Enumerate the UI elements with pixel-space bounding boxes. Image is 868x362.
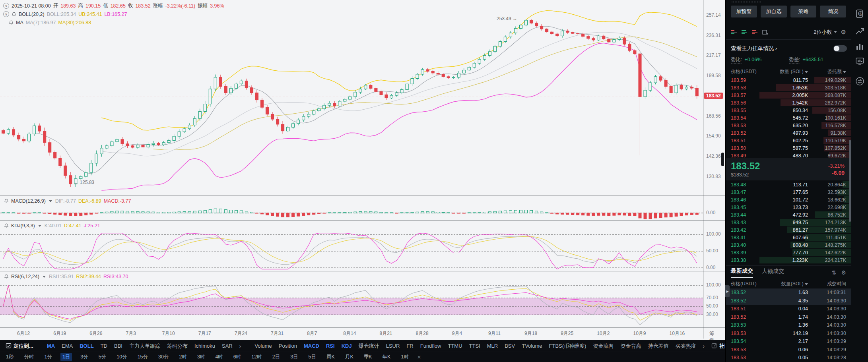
rsi-title[interactable]: RSI(6,12,24)	[11, 274, 39, 279]
indicator-item-bbi[interactable]: BBI	[114, 343, 122, 349]
gear-icon[interactable]: ⚙	[841, 269, 846, 276]
candlestick-chart[interactable]	[0, 0, 703, 196]
trade-row[interactable]: 183.542.1714:03:29	[726, 337, 851, 346]
boll-title[interactable]: BOLL(20,2)	[19, 12, 45, 17]
timeframe-4时[interactable]: 4时	[213, 353, 225, 361]
button-加预警[interactable]: 加预警	[731, 6, 757, 17]
panel-collapse-handle[interactable]: ▶	[725, 285, 730, 297]
main-orders-link[interactable]: 查看主力挂单情况 ›	[731, 43, 847, 54]
ask-row[interactable]: 183.50587.75107.852K	[726, 144, 851, 152]
indicator-item-持仓差值[interactable]: 持仓差值	[648, 343, 668, 350]
indicator-item-ema[interactable]: EMA	[62, 343, 73, 349]
tab-recent-trades[interactable]: 最新成交	[731, 267, 753, 278]
bid-row[interactable]: 183.48113.7120.864K	[726, 181, 851, 188]
price-column-header[interactable]: 价格(USDT)	[731, 68, 767, 75]
indicator-item-定位到-[interactable]: 定位到...	[6, 343, 33, 350]
tab-large-trades[interactable]: 大额成交	[762, 268, 784, 277]
indicator-item-资金背离[interactable]: 资金背离	[620, 343, 641, 350]
alert-bell-icon[interactable]	[12, 12, 16, 17]
chevron-down-icon[interactable]	[43, 276, 46, 278]
collapse-icon[interactable]: ∨	[3, 3, 9, 9]
ask-row[interactable]: 183.55850.34156.08K	[726, 106, 851, 114]
trade-row[interactable]: 183.521.7414:03:30	[726, 313, 851, 321]
bid-row[interactable]: 183.47177.6532.593K	[726, 188, 851, 196]
trade-row[interactable]: 183.521.6314:03:31	[726, 288, 851, 297]
indicator-item-ttsi[interactable]: TTSI	[469, 343, 480, 349]
trade-row[interactable]: 183.53142.1914:03:30	[726, 329, 851, 338]
amount-column-header[interactable]: 委托额	[808, 68, 846, 75]
timeframe-10分[interactable]: 10分	[115, 353, 129, 361]
ask-row[interactable]: 183.52497.9391.38K	[726, 129, 851, 137]
chart-scrollbar-thumb[interactable]	[721, 153, 724, 166]
alert-bell-icon[interactable]	[4, 274, 9, 279]
timeframe-1时[interactable]: 1时	[399, 353, 410, 361]
indicator-item-sar[interactable]: SAR	[222, 343, 233, 349]
alert-bell-icon[interactable]	[4, 199, 9, 203]
last-price-block[interactable]: 183.52 $183.52 -3.21% -6.09	[726, 158, 849, 180]
timeframe-5分[interactable]: 5分	[97, 353, 108, 361]
swap-circle-icon[interactable]	[855, 76, 865, 86]
bid-row[interactable]: 183.381.223K224.217K	[726, 256, 851, 264]
indicator-item-volume[interactable]: Volume	[254, 343, 272, 349]
ask-row[interactable]: 183.581.653K303.518K	[726, 84, 851, 91]
alert-bell-icon[interactable]	[4, 223, 9, 228]
indicator-item-资金流向[interactable]: 资金流向	[593, 343, 614, 350]
ask-row[interactable]: 183.59811.75149.029K	[726, 76, 851, 84]
indicator-item-fr[interactable]: FR	[406, 343, 413, 349]
trend-up-icon[interactable]	[855, 26, 865, 36]
bid-row[interactable]: 183.42861.27157.974K	[726, 226, 851, 234]
indicator-item-td[interactable]: TD	[101, 343, 107, 349]
trade-row[interactable]: 183.531.3614:03:30	[726, 321, 851, 329]
bid-row[interactable]: 183.41607.66111.451K	[726, 234, 851, 241]
indicator-item-主力大单跟踪[interactable]: 主力大单跟踪	[129, 343, 160, 350]
ask-row[interactable]: 183.51602.25110.519K	[726, 137, 851, 144]
ask-row[interactable]: 183.561.542K282.972K	[726, 99, 851, 106]
sort-icon[interactable]: ⇅	[832, 269, 837, 276]
timeframe-5日[interactable]: 5日	[307, 353, 318, 361]
indicator-item--[interactable]: ›	[239, 343, 241, 349]
indicator-item-ma[interactable]: MA	[47, 343, 55, 349]
collapse-icon[interactable]: ∨	[3, 11, 9, 17]
timeframe-3分[interactable]: 3分	[78, 353, 90, 361]
indicator-item-tvolume[interactable]: TVolume	[522, 343, 542, 349]
bid-row[interactable]: 183.46101.7218.662K	[726, 196, 851, 203]
book-custom-view-icon[interactable]	[762, 29, 768, 35]
trade-row[interactable]: 183.524.3514:03:30	[726, 297, 851, 305]
chevron-down-icon[interactable]	[38, 225, 41, 227]
trade-time-header[interactable]: 成交时间	[808, 281, 846, 287]
bar-chart-icon[interactable]	[855, 41, 865, 51]
button-简况[interactable]: 简况	[820, 6, 846, 17]
timeframe-1秒[interactable]: 1秒	[4, 353, 16, 361]
bid-row[interactable]: 183.45123.7322.698K	[726, 203, 851, 211]
gear-icon[interactable]: ⚙	[841, 29, 846, 36]
ask-row[interactable]: 183.54545.72100.161K	[726, 114, 851, 122]
ask-row[interactable]: 183.572.005K368.087K	[726, 91, 851, 99]
timeframe-月K[interactable]: 月K	[343, 353, 355, 361]
book-bids-view-icon[interactable]	[741, 29, 748, 35]
trade-price-header[interactable]: 价格(USDT)	[731, 281, 767, 287]
book-asks-view-icon[interactable]	[751, 29, 758, 35]
qty-column-header[interactable]: 数量 (SOL)	[767, 68, 808, 75]
main-orders-toggle[interactable]	[833, 45, 847, 52]
kdj-title[interactable]: KDJ(9,3,3)	[11, 223, 35, 228]
timeframe-季K[interactable]: 季K	[362, 353, 374, 361]
button-加自选[interactable]: 加自选	[761, 6, 787, 17]
bid-row[interactable]: 183.44472.9286.752K	[726, 211, 851, 219]
indicator-item-爆仓统计[interactable]: 爆仓统计	[359, 343, 379, 350]
close-icon[interactable]: ✕	[417, 354, 421, 360]
indicator-item-boll[interactable]: BOLL	[80, 343, 93, 349]
timeframe-3时[interactable]: 3时	[195, 353, 207, 361]
chart-area[interactable]: ∨ 2025-10-21 08:00 开189.63 高190.15 低182.…	[0, 0, 725, 362]
ask-row[interactable]: 183.49488.7089.672K	[726, 152, 851, 159]
time-axis[interactable]: 筹 爆 6月126月196月267月37月107月177月247月318月78月…	[0, 328, 725, 339]
dollar-doc-icon[interactable]: $	[855, 9, 865, 19]
timeframe-2时[interactable]: 2时	[177, 353, 188, 361]
timeframe-年K[interactable]: 年K	[381, 353, 393, 361]
indicator-item-买卖热度[interactable]: 买卖热度	[675, 343, 696, 350]
kdj-panel-chart[interactable]	[0, 230, 703, 271]
monitor-chart-icon[interactable]	[855, 56, 865, 66]
bid-row[interactable]: 183.39777.70142.622K	[726, 249, 851, 256]
timeframe-30分[interactable]: 30分	[156, 353, 171, 361]
ma-title[interactable]: MA	[16, 20, 23, 25]
chevron-down-icon[interactable]	[49, 200, 52, 202]
